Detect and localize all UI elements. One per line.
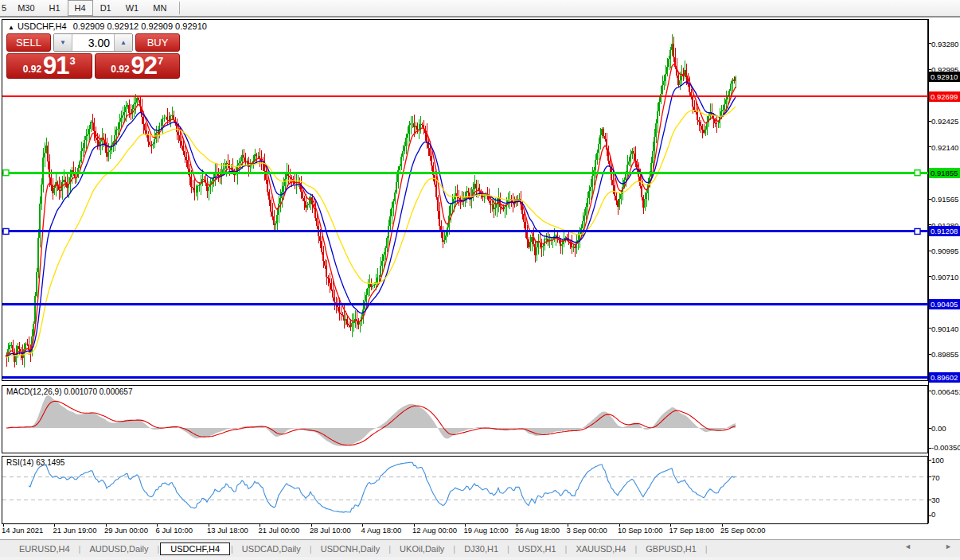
volume-decrease-button[interactable]: ▼ <box>54 34 72 51</box>
tab-scroll-nav: ◄ ► <box>904 542 952 550</box>
price-badge: 0.90405 <box>929 299 960 309</box>
price-tick-label: 0.92425 <box>931 117 958 126</box>
date-tick-label: 13 Jul 18:00 <box>207 526 248 535</box>
macd-scale-label: 0.006451 <box>931 387 960 396</box>
mt4-window: { "toolbar": { "buttons": [ {"label": "5… <box>0 0 960 560</box>
macd-scale-label: -0.003507 <box>931 443 960 452</box>
date-tick-label: 17 Sep 18:00 <box>669 526 715 535</box>
tab-scroll-left-icon[interactable]: ◄ <box>904 542 911 550</box>
tab-separator: | <box>565 544 568 554</box>
price-tick-label: 0.90995 <box>931 247 958 255</box>
timeframe-button-h4[interactable]: H4 <box>68 0 93 16</box>
tab-separator: | <box>507 544 509 554</box>
price-badge: 0.92910 <box>929 72 960 82</box>
one-click-trade-panel: SELL ▼ ▲ BUY 0.92913 0.92927 <box>6 33 180 79</box>
date-tick-label: 21 Jul 00:00 <box>259 526 300 535</box>
tab-separator: | <box>634 544 637 554</box>
rsi-label: RSI(14) 63.1495 <box>6 458 64 467</box>
price-tick-label: 0.93280 <box>931 40 958 49</box>
sell-price-big: 91 <box>43 56 68 76</box>
date-tick-label: 29 Jun 00:00 <box>104 526 148 535</box>
quote-symbol: USDCHF,H4 <box>18 21 67 31</box>
timeframe-button-w1[interactable]: W1 <box>119 0 146 16</box>
date-tick-label: 26 Aug 18:00 <box>515 526 560 535</box>
price-tick-label: 0.91565 <box>931 195 958 204</box>
tab-separator: | <box>79 544 81 554</box>
chart-tab-ukoil[interactable]: UKOil,Daily <box>392 542 452 555</box>
date-tick-label: 3 Sep 00:00 <box>567 526 607 535</box>
sell-price-prefix: 0.92 <box>23 64 41 75</box>
date-tick-label: 21 Jun 19:00 <box>53 526 97 535</box>
chart-tab-usdcad[interactable]: USDCAD,Daily <box>234 542 309 555</box>
chart-canvas[interactable] <box>0 0 960 560</box>
sell-price-pip: 3 <box>70 55 76 67</box>
chart-tabbar: EURUSD,H4|AUDUSD,Daily|USDCHF,H4|USDCAD,… <box>0 539 960 557</box>
date-tick-label: 12 Aug 00:00 <box>412 526 457 535</box>
date-tick-label: 4 Aug 18:00 <box>361 526 402 535</box>
volume-increase-button[interactable]: ▲ <box>114 34 132 51</box>
sell-button[interactable]: SELL <box>6 33 51 52</box>
toolbar-separator <box>179 2 180 14</box>
chart-tab-xauusd[interactable]: XAUUSD,H4 <box>568 542 634 555</box>
date-tick-label: 14 Jun 2021 <box>2 526 43 535</box>
rsi-scale-label: 0 <box>931 510 935 519</box>
tab-separator: | <box>157 544 159 554</box>
rsi-scale-label: 70 <box>931 473 940 482</box>
buy-price-big: 92 <box>131 56 157 76</box>
date-tick-label: 19 Aug 10:00 <box>464 526 509 535</box>
timeframe-button-5[interactable]: 5 <box>0 0 10 16</box>
sell-price-display[interactable]: 0.92913 <box>6 53 92 79</box>
timeframe-button-d1[interactable]: D1 <box>93 0 119 16</box>
chart-tab-gbpusd[interactable]: GBPUSD,H1 <box>638 542 704 555</box>
collapse-panel-icon[interactable]: ▲ <box>8 24 14 31</box>
chart-tab-dj30[interactable]: DJ30,H1 <box>456 542 506 555</box>
price-badge: 0.89602 <box>929 372 960 383</box>
chart-tab-usdcnh[interactable]: USDCNH,Daily <box>313 542 388 555</box>
buy-price-display[interactable]: 0.92927 <box>95 53 181 79</box>
tab-separator: | <box>310 544 312 554</box>
buy-price-pip: 7 <box>158 55 163 67</box>
date-tick-label: 28 Jul 10:00 <box>310 526 351 535</box>
tab-scroll-right-icon[interactable]: ► <box>945 542 952 550</box>
price-tick-label: 0.90710 <box>931 273 958 282</box>
timeframe-toolbar: 5M30H1H4D1W1MN <box>0 0 960 18</box>
price-tick-label: 0.92140 <box>931 143 958 152</box>
price-badge: 0.91855 <box>929 168 960 178</box>
price-badge: 0.91208 <box>929 226 960 236</box>
quote-ohlc-values: 0.92909 0.92912 0.92909 0.92910 <box>73 21 207 31</box>
macd-scale-label: 0.00 <box>931 424 946 433</box>
volume-input[interactable] <box>72 34 114 51</box>
quote-header: ▲USDCHF,H40.92909 0.92912 0.92909 0.9291… <box>8 21 207 31</box>
price-badge: 0.92699 <box>929 91 960 102</box>
price-tick-label: 0.90140 <box>931 325 958 333</box>
date-tick-label: 10 Sep 10:00 <box>618 526 663 535</box>
price-tick-label: 0.89855 <box>931 350 958 359</box>
rsi-scale-label: 30 <box>931 496 940 504</box>
tab-separator: | <box>231 544 233 554</box>
rsi-scale-label: 100 <box>931 456 944 465</box>
timeframe-button-mn[interactable]: MN <box>146 0 174 16</box>
timeframe-button-m30[interactable]: M30 <box>10 0 41 16</box>
volume-stepper: ▼ ▲ <box>53 33 133 52</box>
timeframe-button-h1[interactable]: H1 <box>42 0 68 16</box>
tab-separator: | <box>705 544 708 554</box>
buy-button[interactable]: BUY <box>135 33 180 52</box>
chart-tab-audusd[interactable]: AUDUSD,Daily <box>81 542 156 555</box>
macd-label: MACD(12,26,9) 0.001070 0.000657 <box>6 387 132 396</box>
date-tick-label: 25 Sep 00:00 <box>720 526 766 535</box>
buy-price-prefix: 0.92 <box>111 64 129 75</box>
status-bar <box>0 557 960 560</box>
date-tick-label: 6 Jul 10:00 <box>156 526 193 535</box>
chart-tab-usdchf[interactable]: USDCHF,H4 <box>160 542 230 555</box>
tab-separator: | <box>388 544 391 554</box>
tab-separator: | <box>453 544 455 554</box>
chart-tab-eurusd[interactable]: EURUSD,H4 <box>11 542 78 555</box>
chart-tab-usdx[interactable]: USDX,H1 <box>510 542 564 555</box>
